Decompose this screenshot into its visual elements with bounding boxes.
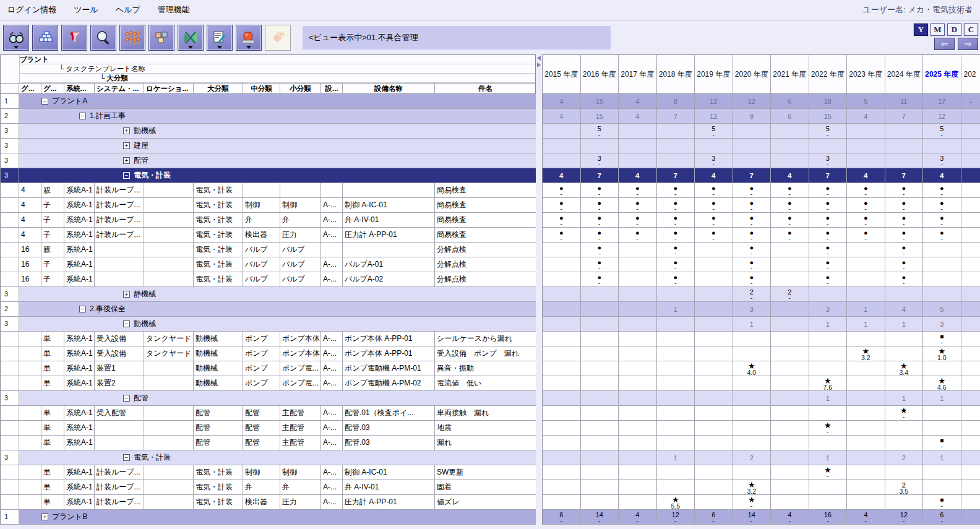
matrix-year-cell[interactable] <box>847 436 885 450</box>
matrix-year-cell[interactable] <box>695 317 733 331</box>
matrix-year-cell[interactable] <box>619 465 657 480</box>
matrix-year-cell[interactable] <box>961 391 980 405</box>
schedule-button[interactable] <box>119 25 145 51</box>
matrix-year-cell[interactable] <box>771 376 809 390</box>
expand-node-icon[interactable]: + <box>123 291 130 298</box>
task-row[interactable]: 単系統A-1装置2動機械ポンプポンプ電...A-...ポンプ電動機 A-PM-0… <box>0 376 980 391</box>
matrix-year-cell[interactable]: 9 <box>733 109 772 123</box>
matrix-year-cell[interactable] <box>885 124 924 138</box>
matrix-year-cell[interactable] <box>771 406 809 420</box>
group-row-電気・計装[interactable]: 3−電気・計装47474747474 <box>0 168 980 183</box>
matrix-year-cell[interactable] <box>695 332 733 346</box>
matrix-year-cell[interactable]: 12- <box>657 510 695 524</box>
matrix-year-cell[interactable] <box>581 376 619 390</box>
matrix-year-cell[interactable] <box>733 376 772 390</box>
period-y-button[interactable]: Y <box>914 24 928 36</box>
matrix-year-cell[interactable] <box>961 257 980 272</box>
matrix-year-cell[interactable] <box>695 272 733 286</box>
matrix-year-cell[interactable]: ●- <box>923 213 961 227</box>
matrix-year-cell[interactable] <box>923 421 961 435</box>
blocks-button[interactable] <box>32 25 58 51</box>
matrix-year-cell[interactable]: ●- <box>847 228 885 242</box>
matrix-year-cell[interactable] <box>695 257 733 272</box>
matrix-year-cell[interactable] <box>657 361 695 376</box>
matrix-year-cell[interactable] <box>771 332 809 346</box>
matrix-year-cell[interactable] <box>619 153 657 168</box>
matrix-year-cell[interactable]: 12- <box>885 510 924 524</box>
matrix-year-cell[interactable] <box>619 436 657 450</box>
matrix-year-cell[interactable]: 4 <box>771 168 809 183</box>
group-row-動機械[interactable]: 3−動機械11113 <box>0 317 980 332</box>
matrix-year-cell[interactable] <box>961 272 980 286</box>
matrix-year-cell[interactable] <box>809 361 848 376</box>
matrix-year-cell[interactable] <box>619 450 657 465</box>
matrix-year-cell[interactable]: 4- <box>847 510 885 524</box>
matrix-year-cell[interactable] <box>923 139 961 153</box>
matrix-year-cell[interactable] <box>581 139 619 153</box>
matrix-year-cell[interactable] <box>657 436 695 450</box>
matrix-year-cell[interactable] <box>885 332 924 346</box>
matrix-year-cell[interactable] <box>961 436 980 450</box>
matrix-year-cell[interactable]: ●- <box>809 228 848 242</box>
collapse-node-icon[interactable]: − <box>123 172 130 179</box>
matrix-year-cell[interactable] <box>657 346 695 361</box>
task-row[interactable]: 単系統A-1受入配管配管配管主配管A-...配管.01（検査ポイ...車両接触 … <box>0 406 980 421</box>
matrix-year-cell[interactable] <box>733 436 772 450</box>
matrix-year-cell[interactable] <box>695 346 733 361</box>
task-row[interactable]: 単系統A-1計装ループ...電気・計装検出器圧力A-...圧力計 A-PP-01… <box>0 495 980 510</box>
matrix-year-cell[interactable] <box>619 421 657 435</box>
matrix-year-cell[interactable]: 3- <box>923 153 961 168</box>
matrix-year-cell[interactable]: 18 <box>809 94 848 108</box>
matrix-year-cell[interactable] <box>733 153 772 168</box>
matrix-year-cell[interactable] <box>847 406 885 420</box>
matrix-year-cell[interactable]: ●- <box>581 183 619 197</box>
matrix-year-cell[interactable]: ●- <box>771 198 809 212</box>
matrix-year-cell[interactable]: 12 <box>923 109 961 123</box>
matrix-year-cell[interactable] <box>771 361 809 376</box>
matrix-year-cell[interactable]: ●- <box>695 228 733 242</box>
matrix-year-cell[interactable] <box>847 243 885 257</box>
matrix-year-cell[interactable]: 15 <box>581 94 619 108</box>
matrix-year-cell[interactable] <box>923 272 961 286</box>
matrix-year-cell[interactable]: 2 <box>885 450 924 465</box>
matrix-year-cell[interactable]: ●- <box>885 257 924 272</box>
matrix-year-cell[interactable]: 7 <box>657 168 695 183</box>
matrix-year-cell[interactable] <box>695 376 733 390</box>
matrix-year-cell[interactable] <box>847 332 885 346</box>
matrix-year-cell[interactable] <box>581 495 619 509</box>
matrix-year-cell[interactable] <box>809 406 848 420</box>
matrix-year-cell[interactable] <box>733 391 772 405</box>
expand-node-icon[interactable]: + <box>123 142 130 149</box>
matrix-year-cell[interactable]: ●- <box>885 198 924 212</box>
matrix-year-cell[interactable] <box>961 376 980 390</box>
matrix-year-cell[interactable] <box>695 406 733 420</box>
matrix-year-cell[interactable]: ★- <box>733 495 772 509</box>
matrix-year-cell[interactable]: 3 <box>733 302 772 316</box>
matrix-year-cell[interactable]: 1 <box>923 450 961 465</box>
task-row[interactable]: 16子系統A-1電気・計装バルブバルブA-...バルブA-02分解点検●-●-●… <box>0 272 980 287</box>
matrix-year-cell[interactable]: ●- <box>847 213 885 227</box>
matrix-year-cell[interactable] <box>961 450 980 465</box>
matrix-year-cell[interactable]: 7 <box>885 168 924 183</box>
matrix-year-cell[interactable] <box>885 495 924 509</box>
matrix-year-cell[interactable] <box>961 361 980 376</box>
matrix-year-cell[interactable] <box>657 139 695 153</box>
matrix-year-cell[interactable] <box>961 480 980 494</box>
matrix-year-cell[interactable]: 4 <box>543 94 581 108</box>
matrix-year-cell[interactable]: 4 <box>695 168 733 183</box>
matrix-year-cell[interactable] <box>961 406 980 420</box>
matrix-year-cell[interactable] <box>543 272 581 286</box>
matrix-year-cell[interactable] <box>847 272 885 286</box>
matrix-year-cell[interactable] <box>581 317 619 331</box>
matrix-year-cell[interactable]: 7 <box>885 109 924 123</box>
task-row[interactable]: 16子系統A-1電気・計装バルブバルブA-...バルブA-01分解点検●-●-●… <box>0 257 980 272</box>
matrix-year-cell[interactable] <box>847 495 885 509</box>
matrix-year-cell[interactable] <box>961 421 980 435</box>
menu-item-ログイン情報[interactable]: ログイン情報 <box>7 5 56 14</box>
matrix-year-cell[interactable]: 4 <box>847 109 885 123</box>
search-button[interactable] <box>90 25 116 51</box>
matrix-year-cell[interactable] <box>619 361 657 376</box>
matrix-year-cell[interactable] <box>885 465 924 480</box>
matrix-year-cell[interactable]: 4 <box>847 168 885 183</box>
matrix-year-cell[interactable]: 4 <box>885 302 924 316</box>
